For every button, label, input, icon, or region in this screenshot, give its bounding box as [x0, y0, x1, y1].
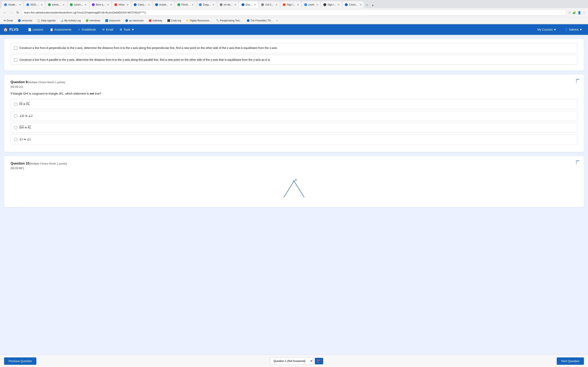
tab-overflow-button[interactable]: ▼: [370, 3, 376, 8]
bookmark-digital-resources[interactable]: 📁 Digital Resources...: [185, 19, 212, 22]
address-input[interactable]: [21, 9, 567, 16]
radio-q9-d[interactable]: [14, 138, 17, 141]
next-question-button[interactable]: Next Question: [557, 358, 584, 365]
figure-container: E: [11, 173, 577, 201]
bookmark-codeorg[interactable]: ⬛ Code.org: [166, 19, 182, 22]
tab-15[interactable]: zoom ✕: [302, 1, 320, 8]
question-9-option-b[interactable]: ∠G ≅ ∠J: [11, 111, 577, 121]
menu-icon[interactable]: ⋮: [583, 11, 586, 14]
question-10-number: Question 10: [11, 162, 29, 165]
tab-label-10: Copy...: [203, 3, 210, 6]
question-10-flag[interactable]: [576, 160, 580, 166]
tab-1[interactable]: Acade... ✕: [2, 1, 24, 8]
tab-label-12: Exa...: [246, 3, 252, 6]
bookmark-gmail[interactable]: ✉ Gmail: [2, 19, 14, 22]
radio-q9-c[interactable]: [14, 126, 17, 129]
checkbox-option-1[interactable]: Construct a line from A perpendicular to…: [11, 43, 577, 53]
reload-button[interactable]: ↻: [16, 10, 20, 15]
nav-my-courses[interactable]: My Courses ▼: [535, 26, 559, 33]
tab-close-7[interactable]: ✕: [148, 3, 150, 6]
checkbox-2[interactable]: [14, 58, 17, 62]
star-icon[interactable]: ☆: [568, 11, 571, 14]
tools-dropdown-icon: ▼: [131, 28, 134, 31]
tab-favicon-6: [114, 3, 117, 6]
bookmark-activity-log[interactable]: 📊 My Activity Log: [59, 19, 82, 22]
question-9-card: Question 9(Multiple Choice Worth 1 point…: [4, 75, 584, 152]
gmail-label: Gmail: [7, 19, 13, 22]
tab-label-15: zoom: [308, 3, 314, 6]
bookmark-mathway[interactable]: 🔴 mathway: [147, 19, 164, 22]
tab-close-6[interactable]: ✕: [127, 3, 129, 6]
bookmark-preamble[interactable]: 🔵 The Preamble | Th...: [245, 19, 274, 22]
tab-close-14[interactable]: ✕: [297, 3, 299, 6]
tab-14[interactable]: Sign i... ✕: [280, 1, 301, 8]
tab-3[interactable]: extrac... ✕: [45, 1, 67, 8]
checkbox-option-2[interactable]: Construct a line from A parallel to the …: [11, 55, 577, 65]
tab-close-8[interactable]: ✕: [170, 3, 172, 6]
profile-icon[interactable]: 👤: [578, 11, 581, 14]
tab-close-5[interactable]: ✕: [107, 3, 109, 6]
tab-close-1[interactable]: ✕: [19, 3, 21, 6]
tab-12-active[interactable]: Exa... ✕: [239, 1, 258, 8]
bookmarks-overflow[interactable]: »: [276, 19, 277, 22]
tab-close-9[interactable]: ✕: [192, 3, 194, 6]
question-9-option-c[interactable]: GH ≅ KL: [11, 123, 577, 133]
tab-9[interactable]: Florid... ✕: [175, 1, 196, 8]
bookmark-paraphrasing[interactable]: 🔧 Paraphrasing Tool...: [215, 19, 243, 22]
tab-close-11[interactable]: ✕: [234, 3, 236, 6]
radio-q9-a[interactable]: [14, 103, 17, 106]
question-9-option-d[interactable]: ∠I ≅ ∠L: [11, 134, 577, 145]
previous-question-button[interactable]: Previous Question: [4, 358, 36, 365]
tab-2[interactable]: 2022-... ✕: [24, 1, 45, 8]
bookmark-ap-classroom[interactable]: 🔵 ap classroom: [124, 19, 145, 22]
tab-4[interactable]: summ... ✕: [67, 1, 89, 8]
question-select-wrapper: Question 1 (Not Answered) Question 2 (No…: [270, 358, 323, 365]
tab-close-13[interactable]: ✕: [276, 3, 277, 6]
question-9-flag[interactable]: [576, 79, 580, 84]
nav-tools[interactable]: ⚙ Tools ▼: [117, 26, 137, 33]
tab-close-10[interactable]: ✕: [213, 3, 214, 6]
question-9-option-a[interactable]: HI ≅ KL: [11, 99, 577, 109]
back-button[interactable]: ←: [2, 10, 7, 15]
tab-favicon-7: [134, 3, 137, 6]
question-select[interactable]: Question 1 (Not Answered) Question 2 (No…: [270, 358, 313, 365]
tab-close-3[interactable]: ✕: [63, 3, 65, 6]
tab-favicon-5: [92, 3, 95, 6]
question-9-text-before: If triangle GHI is congruent to triangle…: [11, 92, 90, 95]
tab-close-17[interactable]: ✕: [360, 3, 362, 6]
nav-email[interactable]: ✉ Email: [99, 26, 116, 33]
tab-close-12[interactable]: ✕: [254, 3, 256, 6]
bookmark-veracross[interactable]: 🔵 veracross: [17, 19, 34, 22]
new-tab-button[interactable]: +: [364, 2, 370, 8]
tab-close-2[interactable]: ✕: [41, 3, 43, 6]
tab-10[interactable]: Copy... ✕: [196, 1, 217, 8]
nav-user[interactable]: 👤 Sabrina ▼: [562, 26, 585, 33]
radio-q9-b[interactable]: [14, 114, 17, 118]
tab-close-16[interactable]: ✕: [338, 3, 339, 6]
checkbox-1[interactable]: [14, 47, 17, 50]
tab-favicon-8: [155, 3, 158, 6]
tab-16[interactable]: Sign i... ✕: [321, 1, 342, 8]
nav-gradebook[interactable]: ✓ Gradebook: [75, 26, 99, 33]
preamble-favicon: 🔵: [247, 19, 250, 22]
extensions-icon[interactable]: 🧩: [572, 11, 576, 14]
tab-close-15[interactable]: ✕: [316, 3, 318, 6]
forward-button[interactable]: →: [9, 10, 14, 15]
bookmark-daily-agenda[interactable]: 📋 Daily Agenda: [36, 19, 57, 22]
tab-5[interactable]: Born a... ✕: [89, 1, 112, 8]
nav-lessons[interactable]: 📄 Lessons: [25, 26, 46, 33]
tab-11[interactable]: no sla... ✕: [217, 1, 239, 8]
bookmark-membean[interactable]: 🟢 membean: [84, 19, 102, 22]
tab-13[interactable]: v19 C... ✕: [259, 1, 280, 8]
tab-8[interactable]: Acade... ✕: [153, 1, 174, 8]
kl-bar: KL: [26, 102, 30, 106]
nav-logo[interactable]: 🏠 FLVS: [3, 27, 18, 32]
flag-question-button[interactable]: 🚩: [315, 358, 323, 364]
bookmark-classroom[interactable]: 🟦 classroom: [104, 19, 121, 22]
tab-7[interactable]: Class... ✕: [131, 1, 152, 8]
tab-17[interactable]: Cours... ✕: [342, 1, 364, 8]
tab-6[interactable]: Inbox ✕: [112, 1, 131, 8]
tab-close-4[interactable]: ✕: [85, 3, 86, 6]
nav-assessments[interactable]: 📋 Assessments: [47, 26, 74, 33]
question-9-code: (02.03 LC): [11, 85, 577, 88]
